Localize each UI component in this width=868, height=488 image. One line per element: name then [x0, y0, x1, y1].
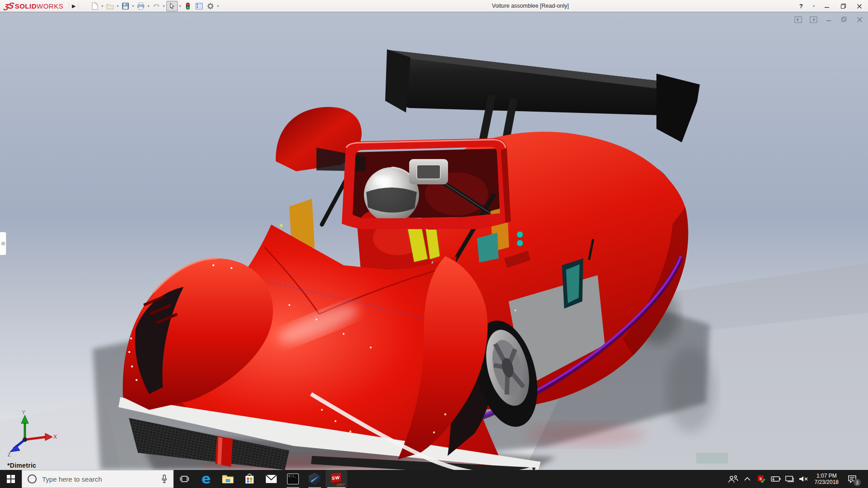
- taskbar-app-solidworks[interactable]: SW 2017: [326, 470, 347, 488]
- restore-button[interactable]: [838, 1, 848, 11]
- solidworks-monitor-icon[interactable]: S: [756, 473, 767, 485]
- svg-text:X: X: [53, 434, 57, 440]
- save-button[interactable]: [120, 1, 131, 11]
- mail-icon: [265, 474, 277, 483]
- undo-caret[interactable]: ▾: [163, 4, 165, 8]
- model-scene[interactable]: [0, 12, 868, 470]
- taskbar-app-file-explorer[interactable]: [217, 470, 239, 488]
- close-button[interactable]: [854, 1, 864, 11]
- taskbar-search-input[interactable]: Type here to search: [22, 470, 174, 488]
- minimize-icon: [824, 4, 830, 9]
- new-caret[interactable]: ▾: [101, 4, 103, 8]
- volume-muted-icon[interactable]: [798, 473, 809, 485]
- save-caret[interactable]: ▾: [132, 4, 134, 8]
- action-center-button[interactable]: 3: [844, 472, 860, 486]
- orientation-triad: Y X Z: [5, 409, 59, 456]
- taskbar-app-store[interactable]: [239, 470, 260, 488]
- microphone-icon[interactable]: [161, 474, 168, 483]
- svg-text:Z: Z: [8, 452, 11, 456]
- task-pane-icon: [195, 2, 203, 10]
- hexagon-app-icon: [309, 473, 321, 485]
- doc-restore-icon: [841, 16, 847, 23]
- restore-icon: [840, 3, 846, 9]
- open-document-button[interactable]: [105, 1, 115, 11]
- triad-z-axis: Z: [8, 440, 25, 456]
- print-caret[interactable]: ▾: [147, 4, 149, 8]
- doc-minimize-button[interactable]: [825, 16, 833, 23]
- sw-cube-letters: SW: [331, 473, 341, 483]
- triad-y-axis: Y: [21, 409, 28, 440]
- taskbar-app-mail[interactable]: [260, 470, 282, 488]
- print-icon: [137, 2, 145, 10]
- svg-text:Y: Y: [22, 409, 25, 416]
- gear-icon: [207, 2, 214, 10]
- edge-icon: e: [202, 473, 211, 485]
- windows-taskbar: Type here to search e: [0, 470, 868, 488]
- solidworks-wordmark: SOLIDWORKS: [15, 2, 64, 10]
- save-floppy-icon: [122, 2, 129, 10]
- help-button[interactable]: ?: [796, 1, 806, 11]
- title-bar: ʒS SOLIDWORKS ▶ ▾ ▾ ▾ ▾ ▾ ▾ ▾ Voitu: [0, 0, 868, 12]
- task-view-icon: [180, 474, 189, 483]
- notification-count-badge: 3: [854, 479, 861, 486]
- new-document-icon: [91, 2, 99, 10]
- clock-time: 1:07 PM: [815, 473, 839, 479]
- store-icon: [245, 474, 255, 484]
- hidden-icons-chevron[interactable]: [742, 473, 753, 485]
- stoplight-icon: [184, 2, 192, 10]
- search-placeholder: Type here to search: [42, 475, 156, 483]
- cortana-icon: [28, 474, 37, 483]
- windows-logo-icon: [7, 475, 15, 483]
- doc-close-icon: [857, 17, 863, 23]
- command-prompt-icon: C:\_: [287, 474, 299, 484]
- open-caret[interactable]: ▾: [117, 4, 118, 8]
- power-battery-icon[interactable]: [770, 473, 781, 485]
- taskbar-app-command-prompt[interactable]: C:\_: [282, 470, 304, 488]
- doc-close-button[interactable]: [855, 16, 863, 23]
- stoplight-button[interactable]: [183, 1, 193, 11]
- start-button[interactable]: [0, 470, 22, 488]
- taskbar-app-hexagon[interactable]: [304, 470, 326, 488]
- doc-restore-button[interactable]: [840, 16, 848, 23]
- options-caret[interactable]: ▾: [217, 4, 219, 8]
- taskbar-app-edge[interactable]: e: [195, 470, 217, 488]
- undo-button[interactable]: [151, 1, 161, 11]
- people-icon[interactable]: [728, 473, 739, 485]
- teal-button: [517, 240, 523, 246]
- undo-icon: [152, 2, 160, 10]
- helmet-visor: [366, 188, 417, 213]
- brand-light: WORKS: [37, 2, 63, 10]
- task-view-button[interactable]: [174, 470, 195, 488]
- taskbar-clock[interactable]: 1:07 PM 7/23/2018: [812, 473, 841, 485]
- feature-manager-collapsed-tab[interactable]: [0, 232, 6, 255]
- window-title: Voiture assomblee [Read-only]: [492, 3, 569, 9]
- clock-date: 7/23/2018: [815, 479, 839, 485]
- collapse-right-pane-button[interactable]: [809, 16, 817, 23]
- triad-x-axis: X: [25, 433, 57, 441]
- task-pane-button[interactable]: [194, 1, 204, 11]
- new-document-button[interactable]: [90, 1, 100, 11]
- help-caret[interactable]: ▾: [813, 4, 815, 8]
- select-button[interactable]: [166, 1, 178, 11]
- sw-cube-year: 2017: [336, 483, 344, 487]
- close-icon: [857, 4, 862, 9]
- menu-flyout-arrow[interactable]: ▶: [69, 2, 79, 10]
- brand-bold: SOLID: [15, 2, 37, 10]
- minimize-button[interactable]: [822, 1, 832, 11]
- graphics-viewport[interactable]: Y X Z *Dimetric: [0, 12, 868, 470]
- network-icon[interactable]: [784, 473, 795, 485]
- doc-minimize-icon: [826, 17, 832, 23]
- panel-handle-dot: [1, 242, 5, 245]
- pane-right-icon: [810, 16, 817, 23]
- options-button[interactable]: [205, 1, 216, 11]
- solidworks-swoosh-icon: ʒS: [4, 1, 14, 11]
- print-button[interactable]: [136, 1, 146, 11]
- cmd-text: C:\_: [288, 474, 296, 478]
- svg-text:S: S: [759, 477, 762, 481]
- system-tray: S 1:07 PM 7/23/2018 3: [728, 470, 868, 488]
- teal-button: [517, 231, 523, 238]
- open-folder-icon: [106, 2, 114, 10]
- file-explorer-icon: [222, 474, 234, 484]
- collapse-left-pane-button[interactable]: [794, 16, 802, 23]
- select-caret[interactable]: ▾: [179, 4, 181, 8]
